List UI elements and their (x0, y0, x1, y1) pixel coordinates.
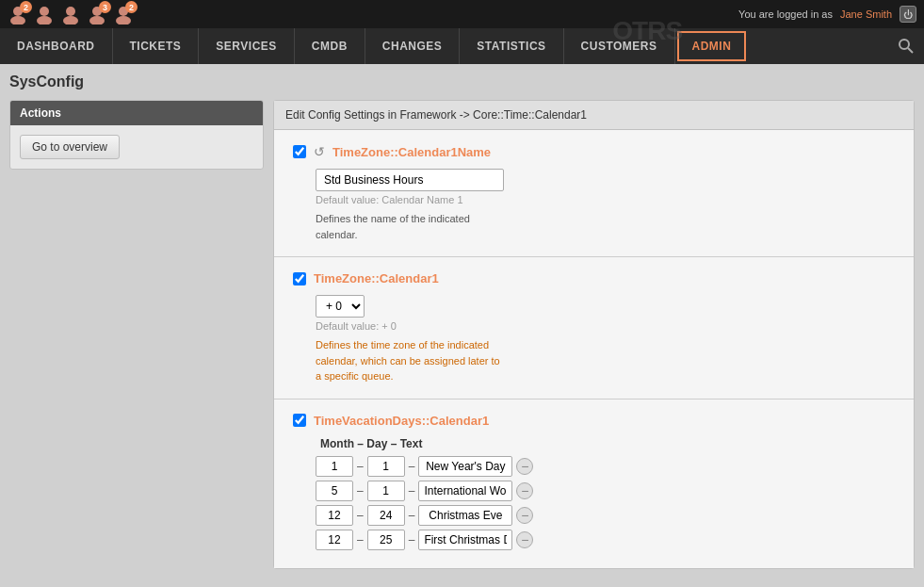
vac-text-3[interactable] (418, 530, 512, 550)
top-bar: 2 3 2 OTRS You are logged in as Jane Smi… (0, 0, 924, 28)
vac-table-header: Month – Day – Text (316, 437, 895, 450)
tz-default: Default value: + 0 (316, 320, 895, 332)
config-label-name: TimeZone::Calendar1Name (332, 145, 491, 159)
svg-point-2 (40, 7, 49, 16)
avatar-badge-5: 2 (125, 1, 138, 13)
go-to-overview-button[interactable]: Go to overview (20, 135, 120, 159)
calendar-name-default: Default value: Calendar Name 1 (316, 194, 895, 205)
vac-row-1: – – − (316, 481, 895, 501)
config-section-vac: TimeVacationDays::Calendar1 Month – Day … (274, 399, 914, 568)
svg-point-4 (66, 7, 75, 16)
config-section-tz: TimeZone::Calendar1 + 0 + 1 + 2 - 1 - 2 … (274, 257, 914, 399)
reset-icon-name[interactable]: ↺ (314, 144, 325, 159)
nav-admin[interactable]: ADMIN (677, 31, 747, 61)
top-bar-user: You are logged in as Jane Smith ⏻ (738, 6, 916, 23)
vac-text-1[interactable] (418, 481, 512, 501)
config-header-tz: TimeZone::Calendar1 (293, 271, 895, 285)
nav-services[interactable]: SERVICES (199, 28, 294, 64)
tz-desc: Defines the time zone of the indicated c… (316, 337, 504, 384)
svg-point-9 (116, 16, 131, 24)
config-body-name: Default value: Calendar Name 1 Defines t… (293, 169, 895, 242)
calendar-name-desc: Defines the name of the indicated calend… (316, 211, 504, 242)
config-section-name: ↺ TimeZone::Calendar1Name Default value:… (274, 130, 914, 257)
avatar-2[interactable] (34, 4, 55, 24)
vac-month-1[interactable] (316, 481, 353, 501)
config-checkbox-name[interactable] (293, 145, 306, 158)
vac-row-3: – – − (316, 530, 895, 550)
avatar-badge-4: 3 (99, 1, 111, 13)
vac-remove-1[interactable]: − (516, 482, 533, 499)
username: Jane Smith (840, 8, 892, 20)
vac-month-3[interactable] (316, 530, 353, 550)
vac-day-0[interactable] (367, 456, 405, 477)
nav-search-icon[interactable] (888, 28, 924, 64)
svg-line-11 (908, 48, 913, 53)
main-nav: DASHBOARD TICKETS SERVICES CMDB CHANGES … (0, 28, 924, 64)
actions-body: Go to overview (10, 125, 263, 169)
vac-text-0[interactable] (418, 456, 512, 477)
vac-remove-3[interactable]: − (516, 531, 533, 548)
avatar-5[interactable]: 2 (113, 4, 134, 24)
config-header-name: ↺ TimeZone::Calendar1Name (293, 144, 895, 159)
otrs-logo: OTRS (612, 16, 682, 46)
nav-tickets[interactable]: TICKETS (113, 28, 200, 64)
config-checkbox-vac[interactable] (293, 414, 306, 427)
logged-in-label: You are logged in as (738, 8, 833, 20)
page-content: SysConfig Actions Go to overview Edit Co… (0, 64, 924, 587)
config-label-vac: TimeVacationDays::Calendar1 (314, 414, 489, 428)
layout: Actions Go to overview Edit Config Setti… (9, 100, 915, 569)
avatar-badge-1: 2 (20, 1, 32, 13)
nav-dashboard[interactable]: DASHBOARD (0, 28, 113, 64)
main-content: Edit Config Settings in Framework -> Cor… (273, 100, 915, 569)
calendar-name-input[interactable] (316, 169, 504, 191)
vac-month-0[interactable] (316, 456, 353, 477)
vac-day-2[interactable] (367, 505, 405, 526)
avatar-area: 2 3 2 (8, 4, 134, 24)
vac-row-0: – – − (316, 456, 895, 477)
nav-statistics[interactable]: STATISTICS (460, 28, 563, 64)
actions-title: Actions (10, 101, 263, 125)
nav-cmdb[interactable]: CMDB (295, 28, 365, 64)
vac-text-2[interactable] (418, 505, 512, 526)
svg-point-7 (89, 16, 105, 24)
config-header-vac: TimeVacationDays::Calendar1 (293, 414, 895, 428)
vac-month-2[interactable] (316, 505, 353, 526)
config-body-tz: + 0 + 1 + 2 - 1 - 2 Default value: + 0 D… (293, 295, 895, 384)
tz-select[interactable]: + 0 + 1 + 2 - 1 - 2 (316, 295, 365, 318)
avatar-1[interactable]: 2 (8, 4, 28, 24)
config-body-vac: Month – Day – Text – – − – – (293, 437, 895, 550)
svg-point-1 (10, 16, 25, 24)
sidebar: Actions Go to overview (9, 100, 264, 569)
config-checkbox-tz[interactable] (293, 272, 306, 285)
nav-changes[interactable]: CHANGES (365, 28, 461, 64)
vac-day-1[interactable] (367, 481, 405, 501)
page-title: SysConfig (9, 73, 915, 90)
svg-point-5 (63, 16, 78, 24)
power-button[interactable]: ⏻ (900, 6, 916, 23)
vac-remove-0[interactable]: − (516, 458, 533, 475)
vac-row-2: – – − (316, 505, 895, 526)
breadcrumb: Edit Config Settings in Framework -> Cor… (274, 101, 914, 130)
avatar-3[interactable] (60, 4, 81, 24)
svg-point-10 (900, 40, 909, 49)
tz-row: + 0 + 1 + 2 - 1 - 2 (316, 295, 895, 318)
actions-section: Actions Go to overview (9, 100, 264, 170)
avatar-4[interactable]: 3 (87, 4, 107, 24)
svg-point-3 (37, 16, 52, 24)
config-label-tz: TimeZone::Calendar1 (314, 271, 439, 285)
vac-day-3[interactable] (367, 530, 405, 550)
vac-remove-2[interactable]: − (516, 507, 533, 524)
